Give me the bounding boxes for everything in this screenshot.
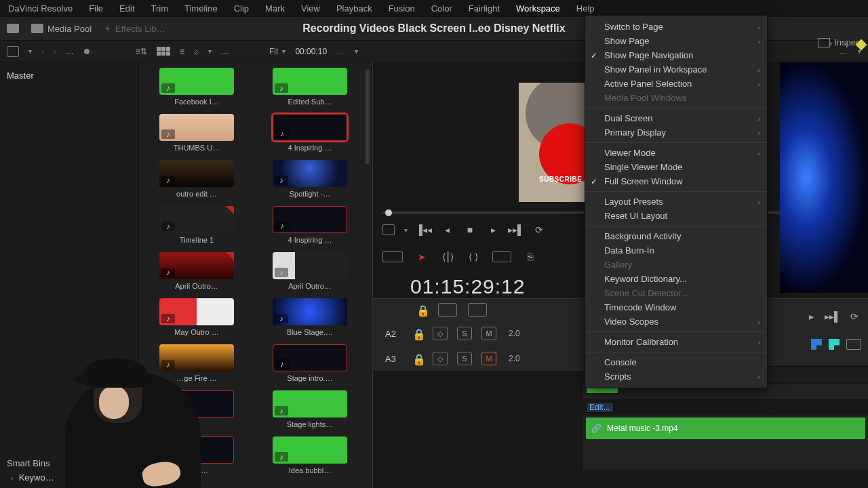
menu-item-video-scopes[interactable]: Video Scopes›	[585, 314, 767, 329]
effects-library-button[interactable]: ✦ Effects Lib…	[104, 24, 165, 34]
auto-select-icon[interactable]	[438, 303, 457, 317]
ripple-tool[interactable]: ⟨ ⟩	[467, 251, 480, 263]
menu-davinci-resolve[interactable]: DaVinci Resolve	[5, 2, 75, 15]
next-frame-button[interactable]: ▸▸▌	[509, 224, 523, 236]
menu-item-scripts[interactable]: Scripts›	[585, 369, 767, 384]
menu-item-show-panel-in-workspace[interactable]: Show Panel in Workspace›	[585, 62, 767, 77]
menu-item-show-page-navigation[interactable]: ✓Show Page Navigation	[585, 48, 767, 62]
mute-a3[interactable]: M	[481, 352, 496, 365]
audio-track-a2[interactable]: Metal music -3.mp4	[583, 415, 868, 443]
flag-cyan-icon[interactable]	[829, 339, 840, 350]
timeline-viewer[interactable]	[780, 62, 868, 293]
media-clip[interactable]: Edited Sub…	[273, 68, 347, 106]
bin-list-caret[interactable]: ▾	[28, 47, 32, 55]
insert-icon[interactable]	[382, 251, 403, 262]
scrollbar[interactable]	[366, 69, 370, 164]
menu-item-reset-ui-layout[interactable]: Reset UI Layout	[585, 209, 767, 223]
prev-frame-button[interactable]: ◂	[440, 224, 454, 236]
menu-view[interactable]: View	[298, 2, 323, 15]
media-clip[interactable]: April Outro…	[159, 252, 234, 290]
media-clip[interactable]: May Outro …	[159, 298, 234, 336]
menu-item-data-burn-in[interactable]: Data Burn-In	[585, 243, 767, 258]
grid-view-icon[interactable]	[157, 47, 170, 56]
viewer-mode-icon[interactable]	[382, 224, 395, 235]
lock-icon[interactable]: 🔒	[416, 304, 427, 315]
media-clip[interactable]: Stage lights…	[273, 390, 347, 428]
nav-back[interactable]: ‹	[41, 47, 44, 56]
menu-item-console[interactable]: Console	[585, 355, 767, 369]
list-view-icon[interactable]: ≡	[180, 47, 184, 56]
search-caret[interactable]: ▾	[208, 47, 212, 55]
mute-a2[interactable]: M	[481, 327, 496, 340]
menu-edit[interactable]: Edit	[117, 2, 137, 15]
menu-item-active-panel-selection[interactable]: Active Panel Selection›	[585, 77, 767, 91]
solo-a3[interactable]: S	[457, 352, 472, 365]
media-clip[interactable]: THUMBS U…	[159, 114, 234, 152]
viewer-reddots[interactable]: …	[336, 47, 345, 56]
media-clip[interactable]	[159, 390, 234, 428]
menu-workspace[interactable]: Workspace	[513, 2, 563, 15]
in-point[interactable]	[385, 209, 392, 216]
menu-item-timecode-window[interactable]: Timecode Window	[585, 300, 767, 314]
menu-color[interactable]: Color	[429, 2, 455, 15]
clip-thumbnail[interactable]	[159, 160, 234, 187]
clip-thumbnail[interactable]	[159, 390, 234, 418]
clip-thumbnail[interactable]	[159, 114, 234, 141]
master-bin[interactable]: Master	[7, 68, 132, 83]
auto-select-a3[interactable]: ◇	[433, 352, 448, 365]
first-frame-button[interactable]: ▐◂◂	[417, 224, 431, 236]
panel-options[interactable]: …	[221, 47, 230, 56]
menu-item-primary-display[interactable]: Primary Display›	[585, 125, 767, 140]
right-viewer-options[interactable]: …	[840, 47, 848, 56]
lock-icon[interactable]: 🔒	[412, 353, 423, 364]
solo-a2[interactable]: S	[457, 327, 472, 340]
menu-item-background-activity[interactable]: Background Activity	[585, 229, 767, 243]
more-dots[interactable]: …	[66, 47, 75, 56]
menu-item-layout-presets[interactable]: Layout Presets›	[585, 195, 767, 209]
nav-fwd[interactable]: ›	[54, 47, 56, 56]
menu-fairlight[interactable]: Fairlight	[466, 2, 502, 15]
link-tool[interactable]: ⎘	[524, 251, 537, 263]
media-clip[interactable]: outro edit …	[159, 160, 234, 198]
clip-thumbnail[interactable]	[159, 436, 234, 464]
clip-thumbnail[interactable]	[273, 68, 347, 95]
media-clip[interactable]: Blue Stage.…	[273, 298, 347, 336]
clip-thumbnail[interactable]	[273, 344, 347, 371]
clip-thumbnail[interactable]	[273, 206, 347, 233]
clip-thumbnail[interactable]	[273, 160, 347, 187]
media-clip[interactable]: …ba…	[159, 436, 234, 474]
trim-tool[interactable]: ⟨⎮⟩	[441, 251, 454, 263]
lock-icon[interactable]: 🔒	[412, 328, 423, 339]
menu-item-monitor-calibration[interactable]: Monitor Calibration›	[585, 335, 767, 349]
auto-select-a2[interactable]: ◇	[433, 327, 448, 340]
inspector-button[interactable]: Inspect	[818, 37, 863, 47]
menu-trim[interactable]: Trim	[149, 2, 172, 15]
loop-button[interactable]: ⟳	[532, 224, 546, 236]
menu-playback[interactable]: Playback	[334, 2, 375, 15]
menu-item-show-page[interactable]: Show Page›	[585, 34, 767, 48]
menu-file[interactable]: File	[86, 2, 106, 15]
viewer-caret[interactable]: ▾	[355, 47, 358, 55]
clip-thumbnail[interactable]	[159, 68, 234, 95]
clip-thumbnail[interactable]	[159, 344, 234, 371]
menu-item-single-viewer-mode[interactable]: Single Viewer Mode	[585, 160, 767, 174]
track-dest-icon[interactable]	[468, 303, 487, 317]
edit-label[interactable]: Edit...	[586, 402, 614, 413]
clip-thumbnail[interactable]	[273, 114, 347, 141]
mixer-icon[interactable]	[846, 339, 861, 350]
clip-thumbnail[interactable]	[159, 252, 234, 279]
slider-dot[interactable]	[84, 49, 90, 54]
flag-blue-icon[interactable]	[811, 339, 822, 350]
media-clip[interactable]: Idea bubbl…	[273, 436, 347, 474]
media-pool-button[interactable]: Media Pool	[31, 24, 92, 34]
media-clip[interactable]: 4 Inspiring …	[273, 114, 347, 152]
menu-timeline[interactable]: Timeline	[182, 2, 220, 15]
clip-thumbnail[interactable]	[273, 252, 347, 279]
sort-icon[interactable]: ≡⇅	[136, 47, 147, 56]
layout-toggle[interactable]	[7, 24, 19, 33]
menu-item-full-screen-window[interactable]: ✓Full Screen Window	[585, 174, 767, 188]
media-clip[interactable]: 4 Inspiring …	[273, 206, 347, 244]
menu-item-dual-screen[interactable]: Dual Screen›	[585, 111, 767, 125]
loop-button[interactable]: ⟳	[848, 310, 861, 323]
stop-button[interactable]: ■	[463, 224, 477, 236]
